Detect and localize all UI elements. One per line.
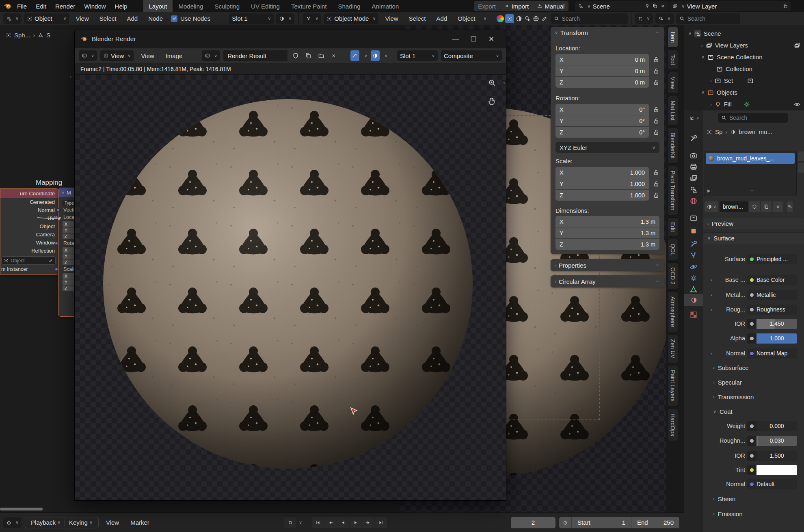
shader-menu-node[interactable]: Node bbox=[144, 14, 167, 24]
ior-slider[interactable]: 1.450 bbox=[747, 319, 797, 329]
fake-user-button[interactable] bbox=[749, 201, 760, 212]
tab-pivot-transform[interactable]: Pivot Transform bbox=[668, 166, 678, 215]
tab-paint-layers[interactable]: Paint Layers bbox=[668, 365, 678, 407]
slot-add-button[interactable] bbox=[798, 151, 804, 161]
scene-selector[interactable]: ∨ Scene bbox=[575, 1, 668, 11]
socket-location-in[interactable] bbox=[55, 216, 58, 219]
open-image-button[interactable] bbox=[316, 50, 326, 61]
outliner-search[interactable] bbox=[676, 13, 740, 24]
tab-blenderkit[interactable]: BlenderKit bbox=[668, 128, 678, 164]
curves-toggle-button[interactable] bbox=[350, 50, 359, 61]
view-layer-tab-icon[interactable] bbox=[689, 174, 698, 183]
material-preview-ball-icon[interactable] bbox=[497, 15, 504, 22]
render-shading-icon[interactable] bbox=[524, 15, 531, 22]
dimensions-x-field[interactable]: X1.3 m bbox=[555, 216, 659, 227]
material-slot-selected[interactable]: brown_mud_leaves_... bbox=[706, 153, 795, 164]
scale-y-field[interactable]: Y1.000 bbox=[555, 178, 649, 189]
render-window[interactable]: Blender Render — ☐ ✕ ∨ View∨ View Image … bbox=[74, 30, 506, 501]
properties-search-input[interactable] bbox=[729, 115, 777, 121]
lock-icon[interactable] bbox=[653, 192, 660, 199]
rotation-y-field[interactable]: Y0° bbox=[555, 115, 649, 126]
socket-rotation-in[interactable] bbox=[55, 242, 58, 245]
panel-toggle-chevron[interactable]: › bbox=[70, 74, 71, 79]
zoom-icon[interactable] bbox=[487, 78, 497, 89]
outliner-row-objects[interactable]: ∨ Objects bbox=[684, 87, 804, 98]
image-view-mode-dropdown[interactable]: View∨ bbox=[100, 50, 134, 61]
image-menu-view[interactable]: View bbox=[137, 51, 158, 61]
tab-zen-uv[interactable]: Zen UV bbox=[668, 334, 678, 363]
channels-toggle-button[interactable] bbox=[371, 50, 380, 61]
object-data-tab-icon[interactable] bbox=[689, 285, 698, 294]
current-frame-field[interactable]: 2 bbox=[511, 517, 555, 528]
tab-item[interactable]: Item bbox=[668, 27, 678, 48]
menu-edit[interactable]: Edit bbox=[32, 1, 50, 11]
timeline-menu-view[interactable]: View bbox=[102, 518, 123, 528]
sheen-section[interactable]: ›Sheen bbox=[703, 493, 804, 504]
tab-mat-list[interactable]: Mat List bbox=[668, 96, 678, 125]
tab-tool[interactable]: Tool bbox=[668, 50, 678, 70]
breadcrumb-object[interactable]: Sp bbox=[715, 128, 722, 135]
preview-panel-header[interactable]: ›Preview bbox=[703, 218, 804, 229]
collection-tab-icon[interactable] bbox=[689, 214, 698, 223]
image-browse-dropdown[interactable]: ∨ bbox=[202, 50, 220, 61]
scale-x-field[interactable]: X1.000 bbox=[555, 167, 649, 178]
texture-coordinate-node[interactable]: ure Coordinate Generated Normal UV Objec… bbox=[0, 188, 59, 275]
timeline-menu-marker[interactable]: Marker bbox=[126, 518, 153, 528]
import-button[interactable]: Import bbox=[500, 1, 533, 11]
new-image-button[interactable] bbox=[303, 50, 313, 61]
use-nodes-toggle[interactable]: Use Nodes bbox=[171, 15, 210, 22]
properties-panel-collapsed[interactable]: ›Properties bbox=[551, 259, 664, 271]
manual-button[interactable]: Manual bbox=[533, 1, 568, 11]
sun-icon[interactable] bbox=[743, 101, 750, 108]
outliner-row-collection[interactable]: Collection bbox=[684, 63, 804, 75]
properties-search[interactable] bbox=[718, 113, 788, 123]
shader-menu-select[interactable]: Select bbox=[95, 14, 121, 24]
menu-render[interactable]: Render bbox=[51, 1, 79, 11]
emission-section[interactable]: ›Emission bbox=[703, 508, 804, 519]
render-pass-dropdown[interactable]: Composite∨ bbox=[441, 50, 502, 61]
solid-shading-button[interactable] bbox=[505, 14, 514, 23]
breadcrumb-object[interactable]: Sph... bbox=[14, 32, 30, 39]
surface-shader-dropdown[interactable]: Principled ... bbox=[747, 254, 797, 264]
maximize-button[interactable]: ☐ bbox=[465, 30, 482, 48]
next-keyframe-button[interactable] bbox=[362, 517, 374, 528]
shader-slot-dropdown[interactable]: Slot 1∨ bbox=[229, 13, 274, 24]
grip-icon[interactable] bbox=[655, 262, 660, 268]
use-nodes-checkbox[interactable] bbox=[171, 15, 177, 22]
scene-tab-icon[interactable] bbox=[689, 185, 698, 194]
coat-section[interactable]: ∨Coat bbox=[703, 406, 804, 417]
socket-scale-in[interactable] bbox=[55, 268, 58, 271]
surface-panel-header[interactable]: ∨Surface bbox=[703, 232, 804, 244]
viewport-search-input[interactable] bbox=[562, 15, 607, 22]
collection-icon[interactable] bbox=[747, 77, 754, 84]
modifiers-tab-icon[interactable] bbox=[689, 240, 698, 249]
shader-editor-type-button[interactable]: ∨ bbox=[3, 13, 22, 24]
blender-logo-icon[interactable] bbox=[3, 2, 12, 11]
coat-normal-input[interactable]: Default bbox=[747, 479, 797, 489]
lock-icon[interactable] bbox=[653, 67, 660, 75]
lock-icon[interactable] bbox=[653, 180, 660, 188]
workspace-tab-sculpting[interactable]: Sculpting bbox=[209, 0, 245, 12]
node-tree-button[interactable] bbox=[787, 201, 793, 212]
workspace-tab-shading[interactable]: Shading bbox=[333, 0, 366, 12]
viewport-search[interactable] bbox=[551, 13, 628, 24]
metallic-input[interactable]: Metallic bbox=[747, 290, 797, 300]
transform-panel-header[interactable]: ∨Transform bbox=[551, 27, 664, 38]
jump-to-start-button[interactable] bbox=[312, 517, 324, 528]
transmission-section[interactable]: ›Transmission bbox=[703, 391, 804, 402]
lock-icon[interactable] bbox=[653, 79, 660, 86]
fake-user-button[interactable] bbox=[291, 50, 300, 61]
world-shading-icon[interactable] bbox=[532, 15, 540, 22]
shader-mode-dropdown[interactable]: Object∨ bbox=[24, 13, 69, 24]
rotation-z-field[interactable]: Z0° bbox=[555, 127, 649, 138]
output-tab-icon[interactable] bbox=[689, 162, 698, 171]
start-frame-field[interactable]: Start1 bbox=[572, 519, 631, 526]
material-browse-dropdown[interactable]: ∨ bbox=[705, 201, 718, 212]
roughness-input[interactable]: Roughness bbox=[747, 305, 797, 315]
play-button[interactable] bbox=[350, 517, 362, 528]
object-mode-dropdown[interactable]: Object Mode∨ bbox=[324, 13, 378, 24]
coat-tint-color[interactable] bbox=[747, 465, 797, 475]
tab-edit[interactable]: Edit bbox=[668, 217, 678, 237]
object-eyedropper-field[interactable]: Object bbox=[1, 256, 56, 265]
lock-icon[interactable] bbox=[653, 117, 660, 125]
